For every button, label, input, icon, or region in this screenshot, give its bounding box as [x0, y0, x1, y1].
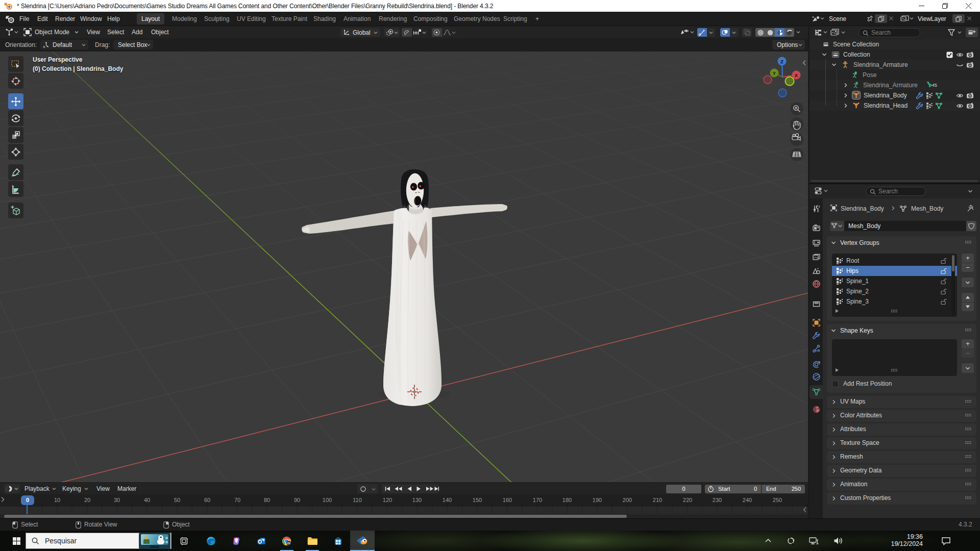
svg-text:Z: Z [780, 59, 783, 64]
svg-text:X: X [795, 72, 798, 78]
svg-text:Y: Y [773, 70, 776, 76]
